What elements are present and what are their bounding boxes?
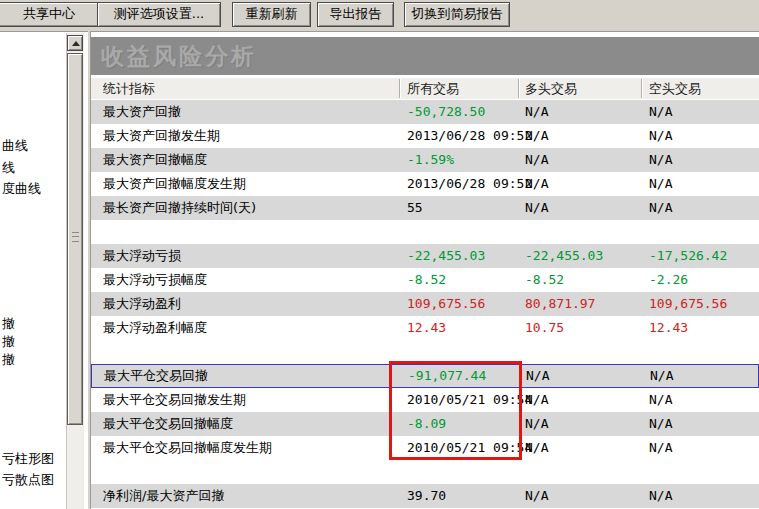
cell-all-trades: -8.52 <box>399 268 518 292</box>
table-row[interactable]: 最大资产回撤幅度-1.59%N/AN/A <box>91 148 759 172</box>
row-label: 最大浮动亏损 <box>91 244 399 268</box>
table-row[interactable]: 最大浮动盈利109,675.5680,871.97109,675.56 <box>91 292 759 316</box>
cell-long-trades: N/A <box>519 365 642 387</box>
cell-short-trades: -2.26 <box>641 268 759 292</box>
table-row[interactable]: 最大平仓交易回撤幅度发生期2010/05/21 09:54N/AN/A <box>91 436 759 460</box>
cell-all-trades: -8.09 <box>399 412 518 436</box>
cell-long-trades: -22,455.03 <box>518 244 641 268</box>
export-report-button[interactable]: 导出报告 <box>317 2 394 27</box>
table-row[interactable]: 最大资产回撤-50,728.50N/AN/A <box>91 100 759 124</box>
sidebar-item[interactable]: 线 <box>2 160 15 176</box>
cell-short-trades: N/A <box>641 124 759 148</box>
scrollbar-up-arrow-icon[interactable] <box>67 35 83 51</box>
sidebar-item[interactable]: 撤 <box>2 316 15 332</box>
row-label: 最大浮动盈利 <box>91 292 399 316</box>
table-row[interactable]: 最大平仓交易回撤幅度-8.09N/AN/A <box>91 412 759 436</box>
cell-short-trades: 109,675.56 <box>641 292 759 316</box>
sidebar-item[interactable]: 度曲线 <box>2 181 41 197</box>
table-row[interactable]: 最大资产回撤幅度发生期2013/06/28 09:52N/AN/A <box>91 172 759 196</box>
sidebar-item[interactable]: 撤 <box>2 352 15 368</box>
cell-all-trades: 2010/05/21 09:54 <box>399 436 518 460</box>
cell-long-trades: N/A <box>518 388 641 412</box>
table-row[interactable]: 最长资产回撤持续时间(天)55N/AN/A <box>91 196 759 220</box>
row-label: 最大浮动盈利幅度 <box>91 316 399 340</box>
cell-short-trades: -17,526.42 <box>641 244 759 268</box>
cell-all-trades: 12.43 <box>399 316 518 340</box>
table-row[interactable]: 最大浮动亏损-22,455.03-22,455.03-17,526.42 <box>91 244 759 268</box>
column-header-all-trades: 所有交易 <box>407 78 459 99</box>
refresh-button[interactable]: 重新刷新 <box>232 2 311 27</box>
cell-all-trades: -91,077.44 <box>400 365 519 387</box>
row-label: 最大资产回撤发生期 <box>91 124 399 148</box>
scrollbar-thumb[interactable] <box>67 53 83 425</box>
cell-long-trades: N/A <box>518 196 641 220</box>
table-header: 统计指标 所有交易 多头交易 空头交易 <box>91 78 759 99</box>
sidebar-item[interactable]: 亏散点图 <box>2 472 54 488</box>
cell-all-trades: 2010/05/21 09:54 <box>399 388 518 412</box>
row-label: 净利润/最大资产回撤 <box>91 484 399 508</box>
sidebar-scrollbar[interactable] <box>66 33 84 509</box>
cell-long-trades: 80,871.97 <box>518 292 641 316</box>
cell-long-trades: N/A <box>518 436 641 460</box>
table-spacer-row <box>91 220 759 244</box>
sidebar-item[interactable]: 曲线 <box>2 138 28 154</box>
row-label: 最长资产回撤持续时间(天) <box>91 196 399 220</box>
sidebar-item[interactable]: 亏柱形图 <box>2 451 54 467</box>
cell-all-trades: 55 <box>399 196 518 220</box>
cell-short-trades: N/A <box>641 196 759 220</box>
report-banner: 收益风险分析 <box>91 37 759 75</box>
row-label: 最大资产回撤幅度发生期 <box>91 172 399 196</box>
toolbar: 共享中心 测评选项设置... 重新刷新 导出报告 切换到简易报告 <box>0 0 759 30</box>
table-body: 最大资产回撤-50,728.50N/AN/A最大资产回撤发生期2013/06/2… <box>91 100 759 509</box>
cell-short-trades: N/A <box>641 436 759 460</box>
cell-long-trades: N/A <box>518 148 641 172</box>
cell-all-trades: 2013/06/28 09:52 <box>399 124 518 148</box>
table-spacer-row <box>91 340 759 364</box>
column-header-long-trades: 多头交易 <box>525 78 577 99</box>
row-label: 最大平仓交易回撤幅度发生期 <box>91 436 399 460</box>
cell-short-trades: N/A <box>641 148 759 172</box>
sidebar-item[interactable]: 撤 <box>2 334 15 350</box>
cell-all-trades: -22,455.03 <box>399 244 518 268</box>
report-panel: 收益风险分析 统计指标 所有交易 多头交易 空头交易 最大资产回撤-50,728… <box>90 31 759 509</box>
cell-all-trades: 2013/06/28 09:52 <box>399 172 518 196</box>
row-label: 最大平仓交易回撤发生期 <box>91 388 399 412</box>
cell-short-trades: N/A <box>641 172 759 196</box>
row-label: 最大平仓交易回撤幅度 <box>91 412 399 436</box>
cell-all-trades: -1.59% <box>399 148 518 172</box>
row-label: 最大资产回撤 <box>91 100 399 124</box>
cell-long-trades: N/A <box>518 124 641 148</box>
cell-long-trades: 10.75 <box>518 316 641 340</box>
sidebar: 曲线线度曲线撤撤撤亏柱形图亏散点图 <box>0 31 88 509</box>
cell-short-trades: N/A <box>642 365 759 387</box>
switch-simple-report-button[interactable]: 切换到简易报告 <box>404 2 510 27</box>
table-row[interactable]: 最大资产回撤发生期2013/06/28 09:52N/AN/A <box>91 124 759 148</box>
cell-long-trades: N/A <box>518 412 641 436</box>
row-label: 最大浮动亏损幅度 <box>91 268 399 292</box>
cell-short-trades: N/A <box>641 484 759 508</box>
row-label: 最大资产回撤幅度 <box>91 148 399 172</box>
evaluation-options-button[interactable]: 测评选项设置... <box>97 2 221 27</box>
table-row[interactable]: 净利润/最大资产回撤39.70N/AN/A <box>91 484 759 508</box>
column-header-short-trades: 空头交易 <box>649 78 701 99</box>
table-row[interactable]: 最大平仓交易回撤-91,077.44N/AN/A <box>91 364 759 388</box>
table-row[interactable]: 最大浮动盈利幅度12.4310.7512.43 <box>91 316 759 340</box>
cell-long-trades: N/A <box>518 100 641 124</box>
cell-all-trades: 109,675.56 <box>399 292 518 316</box>
column-header-indicator: 统计指标 <box>103 78 155 99</box>
cell-short-trades: N/A <box>641 412 759 436</box>
cell-all-trades: -50,728.50 <box>399 100 518 124</box>
table-row[interactable]: 最大浮动亏损幅度-8.52-8.52-2.26 <box>91 268 759 292</box>
cell-short-trades: N/A <box>641 100 759 124</box>
cell-short-trades: 12.43 <box>641 316 759 340</box>
cell-long-trades: -8.52 <box>518 268 641 292</box>
page-title: 收益风险分析 <box>101 41 257 72</box>
cell-all-trades: 39.70 <box>399 484 518 508</box>
cell-short-trades: N/A <box>641 388 759 412</box>
cell-long-trades: N/A <box>518 484 641 508</box>
share-center-button[interactable]: 共享中心 <box>0 2 102 27</box>
table-row[interactable]: 最大平仓交易回撤发生期2010/05/21 09:54N/AN/A <box>91 388 759 412</box>
cell-long-trades: N/A <box>518 172 641 196</box>
table-spacer-row <box>91 460 759 484</box>
row-label: 最大平仓交易回撤 <box>92 365 400 387</box>
